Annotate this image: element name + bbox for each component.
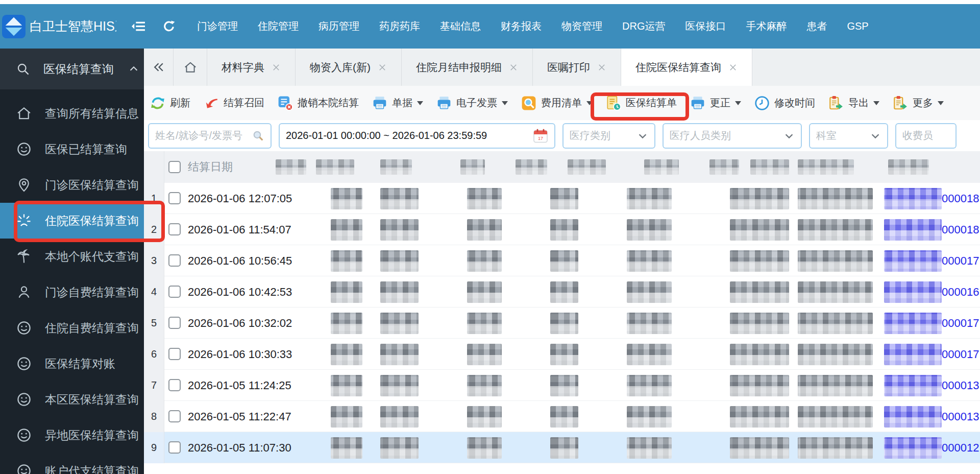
row-checkbox[interactable] bbox=[168, 410, 181, 422]
cashier-input[interactable]: 收费员 bbox=[895, 123, 957, 149]
toolbar-button[interactable]: 导出 bbox=[828, 96, 879, 111]
chevron-up-icon[interactable] bbox=[128, 63, 139, 75]
table-row[interactable]: 62026-01-06 10:30:33000017 bbox=[144, 339, 980, 370]
tab-label: 医嘱打印 bbox=[547, 60, 590, 75]
row-number: 2 bbox=[144, 214, 164, 245]
close-icon[interactable] bbox=[597, 63, 606, 72]
redacted-cell bbox=[730, 250, 789, 272]
row-checkbox[interactable] bbox=[168, 192, 181, 204]
sidebar-item-label: 门诊自费结算查询 bbox=[45, 285, 139, 300]
sidebar-item[interactable]: 医保结算对账 bbox=[0, 346, 144, 382]
close-icon[interactable] bbox=[378, 63, 387, 72]
row-checkbox[interactable] bbox=[168, 254, 181, 267]
tab[interactable]: 医嘱打印 bbox=[533, 49, 621, 86]
settlement-number-link[interactable]: 000013 bbox=[942, 370, 979, 401]
top-menu-item-4[interactable]: 药房药库 bbox=[379, 19, 420, 33]
table-row[interactable]: 22026-01-06 11:54:07000018 bbox=[144, 214, 980, 245]
row-checkbox[interactable] bbox=[168, 286, 181, 298]
toolbar-button[interactable]: 结算召回 bbox=[204, 96, 264, 111]
chevron-down-icon bbox=[637, 130, 648, 141]
redacted-cell bbox=[627, 281, 672, 303]
tabs-collapse-button[interactable] bbox=[144, 49, 174, 86]
settle-date-cell: 2026-01-05 11:24:25 bbox=[188, 370, 291, 401]
toolbar-button[interactable]: 修改时间 bbox=[754, 96, 815, 111]
tab[interactable]: 住院医保结算查询 bbox=[621, 49, 752, 86]
table-row[interactable]: 42026-01-06 10:42:53000016 bbox=[144, 276, 980, 307]
settlement-number-link[interactable]: 000016 bbox=[942, 276, 979, 307]
settlement-number-link[interactable]: 000017 bbox=[942, 339, 979, 370]
row-checkbox[interactable] bbox=[168, 317, 181, 329]
calendar-icon[interactable] bbox=[533, 128, 548, 144]
sidebar-item-label: 异地医保结算查询 bbox=[45, 428, 139, 443]
top-menu-item-12[interactable]: GSP bbox=[847, 20, 868, 32]
toolbar-button[interactable]: 更正 bbox=[690, 96, 741, 111]
sidebar-item[interactable]: 本地个账代支查询 bbox=[0, 239, 144, 274]
settle-date-cell: 2026-01-06 10:30:33 bbox=[188, 339, 292, 370]
select-department[interactable]: 科室 bbox=[809, 123, 888, 149]
top-menu-item-7[interactable]: 物资管理 bbox=[561, 19, 602, 33]
table-row[interactable]: 52026-01-06 10:32:02000017 bbox=[144, 307, 980, 339]
magnifier-icon[interactable] bbox=[252, 129, 264, 142]
refresh-page-icon[interactable] bbox=[163, 20, 176, 33]
top-menu-item-1[interactable]: 门诊管理 bbox=[197, 19, 238, 33]
close-icon[interactable] bbox=[728, 63, 738, 72]
toolbar-button[interactable]: 撤销本院结算 bbox=[278, 96, 359, 111]
caret-down-icon bbox=[586, 101, 593, 108]
select-all-checkbox[interactable] bbox=[168, 161, 181, 173]
top-menu-item-2[interactable]: 住院管理 bbox=[258, 19, 299, 33]
sidebar-toggle-icon[interactable] bbox=[132, 20, 145, 32]
sidebar-item[interactable]: 住院自费结算查询 bbox=[0, 310, 144, 346]
top-menu-item-10[interactable]: 手术麻醉 bbox=[746, 19, 787, 33]
top-menu-item-6[interactable]: 财务报表 bbox=[501, 19, 542, 33]
table-row[interactable]: 82026-01-05 11:22:47000013 bbox=[144, 401, 980, 432]
top-menu-item-3[interactable]: 病历管理 bbox=[318, 19, 359, 33]
settlement-number-link[interactable]: 000017 bbox=[942, 307, 979, 339]
settlement-number-link[interactable]: 000013 bbox=[942, 401, 979, 432]
close-icon[interactable] bbox=[272, 63, 281, 72]
table-row[interactable]: 12026-01-06 12:07:05000018 bbox=[144, 183, 980, 214]
redacted-column-header bbox=[568, 159, 606, 175]
settlement-number-link[interactable]: 000017 bbox=[942, 245, 979, 276]
top-menu-item-11[interactable]: 患者 bbox=[806, 19, 827, 33]
sidebar-item[interactable]: 本区医保结算查询 bbox=[0, 382, 144, 417]
row-checkbox[interactable] bbox=[168, 379, 181, 391]
toolbar-button[interactable]: 电子发票 bbox=[436, 96, 508, 111]
search-input[interactable]: 姓名/就诊号/发票号 bbox=[148, 123, 272, 149]
sidebar-item[interactable]: 查询所有结算信息 bbox=[0, 96, 144, 131]
home-tab[interactable] bbox=[174, 49, 207, 86]
settlement-number-link[interactable]: 000018 bbox=[942, 183, 979, 214]
tab[interactable]: 材料字典 bbox=[207, 49, 296, 86]
toolbar-button[interactable]: 医保结算单 bbox=[606, 96, 677, 111]
top-menu-item-5[interactable]: 基础信息 bbox=[440, 19, 481, 33]
sidebar-item[interactable]: 住院医保结算查询 bbox=[0, 203, 144, 239]
table-row[interactable]: 92026-01-05 11:07:30000012 bbox=[144, 432, 980, 463]
toolbar-button[interactable]: 单据 bbox=[372, 96, 423, 111]
tab[interactable]: 住院月结申报明细 bbox=[402, 49, 533, 86]
settle-date-cell: 2026-01-06 10:32:02 bbox=[188, 307, 292, 339]
toolbar-button[interactable]: 刷新 bbox=[150, 96, 190, 111]
sidebar-item[interactable]: 门诊医保结算查询 bbox=[0, 167, 144, 203]
toolbar-button[interactable]: 费用清单 bbox=[521, 96, 593, 111]
settlement-number-link[interactable]: 000012 bbox=[942, 432, 979, 463]
tab[interactable]: 物资入库(新) bbox=[296, 49, 402, 86]
row-checkbox[interactable] bbox=[168, 441, 181, 454]
sidebar-header[interactable]: 医保结算查询 bbox=[0, 49, 144, 89]
sidebar-item[interactable]: 异地医保结算查询 bbox=[0, 417, 144, 453]
toolbar-button-label: 刷新 bbox=[170, 96, 190, 110]
sidebar-item[interactable]: 医保已结算查询 bbox=[0, 131, 144, 167]
table-row[interactable]: 32026-01-06 10:56:45000017 bbox=[144, 245, 980, 276]
export-icon bbox=[893, 96, 908, 111]
row-checkbox[interactable] bbox=[168, 348, 181, 360]
row-checkbox[interactable] bbox=[168, 223, 181, 235]
top-menu-item-8[interactable]: DRG运营 bbox=[622, 19, 665, 33]
toolbar-button[interactable]: 更多 bbox=[893, 96, 944, 111]
table-row[interactable]: 72026-01-05 11:24:25000013 bbox=[144, 370, 980, 401]
close-icon[interactable] bbox=[509, 63, 518, 72]
select-medical-staff-type[interactable]: 医疗人员类别 bbox=[663, 123, 802, 149]
top-menu-item-9[interactable]: 医保接口 bbox=[685, 19, 726, 33]
date-range-input[interactable]: 2026-01-01 00:00:00 ~ 2026-01-06 23:59:5… bbox=[279, 123, 555, 149]
select-medical-category[interactable]: 医疗类别 bbox=[562, 123, 655, 149]
sidebar-item[interactable]: 门诊自费结算查询 bbox=[0, 274, 144, 310]
settlement-number-link[interactable]: 000018 bbox=[942, 214, 979, 245]
sidebar-item[interactable]: 账户代支结算查询 bbox=[0, 453, 144, 474]
